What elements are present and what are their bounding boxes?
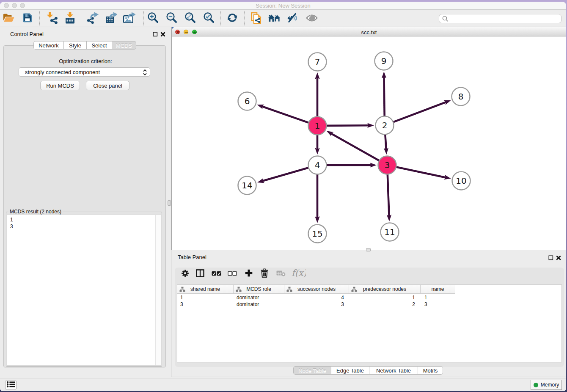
result-line: 1 (10, 216, 161, 223)
mcds-result-text[interactable]: 13 (7, 215, 161, 366)
show-columns-button[interactable] (193, 267, 207, 281)
zoom-selected-button[interactable] (201, 12, 217, 25)
node-7[interactable]: 7 (308, 53, 327, 71)
column-header-successor-nodes[interactable]: successor nodes (284, 285, 349, 294)
edge-3-10[interactable] (395, 167, 446, 177)
memory-label: Memory (541, 382, 559, 388)
column-header-MCDS-role[interactable]: MCDS role (234, 285, 284, 294)
open-folder-icon (3, 13, 15, 24)
horizontal-splitter-grip[interactable] (366, 248, 371, 251)
edge-3-11[interactable] (388, 173, 389, 216)
delete-table-icon (276, 270, 286, 278)
cell[interactable]: dominator (234, 294, 284, 301)
unselect-all-button[interactable] (225, 267, 239, 281)
tab-edge-table[interactable]: Edge Table (331, 366, 369, 375)
export-network-button[interactable] (85, 12, 100, 25)
application-window: Session: New Session (0, 2, 566, 391)
import-table-button[interactable] (62, 12, 77, 25)
column-label: name (431, 286, 444, 292)
cell[interactable]: 2 (349, 301, 421, 308)
table-options-button[interactable] (178, 267, 192, 281)
export-image-button[interactable] (121, 12, 137, 25)
close-icon[interactable] (556, 255, 561, 261)
float-window-icon[interactable] (152, 31, 158, 37)
tab-network[interactable]: Network (33, 41, 64, 50)
export-table-button[interactable] (103, 12, 118, 25)
vertical-splitter-grip[interactable] (168, 200, 171, 206)
node-1[interactable]: 1 (308, 117, 327, 135)
zoom-in-button[interactable] (146, 12, 161, 25)
edge-4-14[interactable] (263, 167, 310, 181)
clone-network-button[interactable] (248, 12, 264, 25)
cell[interactable]: 3 (177, 301, 234, 308)
tab-network-table[interactable]: Network Table (369, 366, 418, 375)
run-mcds-button[interactable]: Run MCDS (40, 81, 80, 90)
export-image-icon (123, 12, 135, 25)
tab-motifs[interactable]: Motifs (418, 366, 443, 375)
cell[interactable]: 1 (177, 294, 234, 301)
zoom-out-button[interactable] (164, 12, 179, 25)
add-row-button[interactable] (242, 267, 256, 281)
node-11[interactable]: 11 (381, 223, 399, 241)
float-window-icon[interactable] (548, 255, 554, 261)
save-session-button[interactable] (20, 12, 35, 25)
tab-node-table[interactable]: Node Table (293, 366, 331, 375)
node-4[interactable]: 4 (308, 156, 327, 174)
show-view-button[interactable] (304, 12, 319, 25)
open-session-button[interactable] (1, 12, 17, 25)
close-panel-button[interactable]: Close panel (86, 81, 129, 90)
node-3[interactable]: 3 (378, 156, 396, 174)
edge-3-1[interactable] (331, 134, 380, 161)
column-header-predecessor-nodes[interactable]: predecessor nodes (349, 285, 421, 294)
tab-select[interactable]: Select (87, 41, 112, 50)
edge-1-6[interactable] (262, 107, 310, 123)
edge-2-9[interactable] (384, 77, 385, 117)
column-header-shared-name[interactable]: shared name (177, 285, 234, 294)
toolbar-separator (143, 11, 144, 25)
zoom-fit-button[interactable] (183, 12, 198, 25)
save-floppy-icon (22, 13, 33, 25)
import-network-button[interactable] (44, 12, 59, 25)
table-row[interactable]: 3dominator323 (177, 301, 455, 308)
cell[interactable]: 3 (421, 301, 455, 308)
export-network-icon (87, 12, 99, 25)
tab-style[interactable]: Style (64, 41, 87, 50)
column-header-name[interactable]: name (421, 285, 455, 294)
cell[interactable]: 3 (284, 301, 349, 308)
select-all-button[interactable] (209, 267, 223, 281)
task-history-button[interactable] (5, 381, 17, 389)
node-8[interactable]: 8 (452, 88, 470, 106)
column-label: successor nodes (297, 286, 336, 292)
search-input[interactable] (439, 14, 561, 23)
cell[interactable]: 4 (284, 294, 349, 301)
node-14[interactable]: 14 (238, 177, 256, 195)
node-15[interactable]: 15 (308, 225, 327, 243)
edge-2-8[interactable] (392, 102, 446, 122)
network-graph[interactable]: 7 9 6 8 1 2 4 3 14 10 15 11 (172, 37, 566, 250)
apply-layout-button[interactable] (225, 12, 240, 25)
show-all-networks-button[interactable] (267, 12, 282, 25)
network-window-titlebar[interactable]: scc.txt (172, 27, 566, 36)
node-2[interactable]: 2 (376, 116, 394, 135)
node-label: 3 (385, 160, 390, 170)
cell[interactable]: dominator (234, 301, 284, 308)
node-label: 8 (458, 91, 464, 102)
node-10[interactable]: 10 (452, 172, 471, 190)
network-canvas[interactable]: 7 9 6 8 1 2 4 3 14 10 15 11 (172, 37, 566, 250)
zoom-out-icon (166, 12, 178, 25)
optimization-criterion-select[interactable]: strongly connected component (19, 67, 150, 77)
delete-row-button[interactable] (257, 267, 272, 281)
result-scrollbar[interactable] (155, 215, 161, 365)
close-icon[interactable] (160, 31, 166, 37)
tab-mcds[interactable]: MCDS (112, 41, 136, 50)
node-6[interactable]: 6 (238, 92, 256, 110)
cell[interactable]: 1 (421, 294, 455, 301)
destroy-view-button[interactable] (285, 12, 300, 25)
table-row[interactable]: 1dominator411 (177, 294, 455, 301)
edge-2-3[interactable] (385, 133, 386, 149)
node-9[interactable]: 9 (375, 52, 393, 70)
mcds-result-legend: MCDS result (2 nodes) (8, 209, 63, 215)
memory-button[interactable]: Memory (531, 380, 562, 390)
edge-1-2[interactable] (325, 125, 369, 126)
cell[interactable]: 1 (349, 294, 421, 301)
